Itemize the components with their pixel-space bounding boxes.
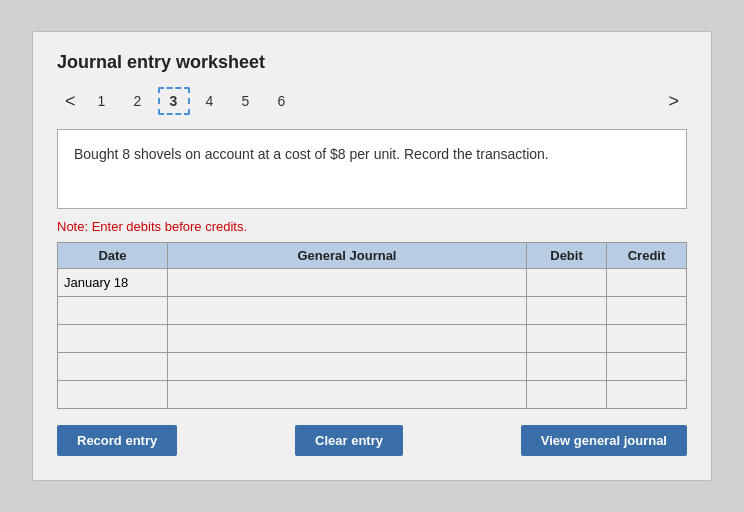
debit-cell-2	[527, 325, 607, 353]
journal-input-1[interactable]	[174, 299, 520, 322]
view-general-journal-button[interactable]: View general journal	[521, 425, 687, 456]
record-entry-button[interactable]: Record entry	[57, 425, 177, 456]
date-cell-3	[58, 353, 168, 381]
date-input-2[interactable]	[64, 327, 161, 350]
journal-input-4[interactable]	[174, 383, 520, 406]
table-row	[58, 325, 687, 353]
credit-input-0[interactable]	[613, 271, 680, 294]
date-cell-0	[58, 269, 168, 297]
table-row	[58, 381, 687, 409]
debit-input-1[interactable]	[533, 299, 600, 322]
page-1[interactable]: 1	[86, 89, 118, 113]
debit-input-2[interactable]	[533, 327, 600, 350]
debit-cell-0	[527, 269, 607, 297]
date-cell-1	[58, 297, 168, 325]
page-2[interactable]: 2	[122, 89, 154, 113]
credit-input-3[interactable]	[613, 355, 680, 378]
page-3-active[interactable]: 3	[158, 87, 190, 115]
debit-input-3[interactable]	[533, 355, 600, 378]
date-input-1[interactable]	[64, 299, 161, 322]
debit-input-0[interactable]	[533, 271, 600, 294]
table-row	[58, 269, 687, 297]
worksheet-container: Journal entry worksheet < 1 2 3 4 5 6 > …	[32, 31, 712, 481]
clear-entry-button[interactable]: Clear entry	[295, 425, 403, 456]
journal-input-2[interactable]	[174, 327, 520, 350]
prev-arrow[interactable]: <	[57, 91, 84, 112]
next-arrow[interactable]: >	[660, 91, 687, 112]
credit-input-4[interactable]	[613, 383, 680, 406]
credit-cell-4	[607, 381, 687, 409]
date-input-3[interactable]	[64, 355, 161, 378]
credit-input-2[interactable]	[613, 327, 680, 350]
description-box: Bought 8 shovels on account at a cost of…	[57, 129, 687, 209]
table-row	[58, 297, 687, 325]
worksheet-title: Journal entry worksheet	[57, 52, 687, 73]
debit-cell-1	[527, 297, 607, 325]
col-header-credit: Credit	[607, 243, 687, 269]
debit-input-4[interactable]	[533, 383, 600, 406]
debit-cell-4	[527, 381, 607, 409]
col-header-journal: General Journal	[168, 243, 527, 269]
journal-cell-4	[168, 381, 527, 409]
date-cell-2	[58, 325, 168, 353]
journal-cell-2	[168, 325, 527, 353]
date-cell-4	[58, 381, 168, 409]
credit-cell-0	[607, 269, 687, 297]
journal-cell-0	[168, 269, 527, 297]
date-input-0[interactable]	[64, 271, 161, 294]
journal-input-0[interactable]	[174, 271, 520, 294]
button-row: Record entry Clear entry View general jo…	[57, 425, 687, 456]
col-header-debit: Debit	[527, 243, 607, 269]
journal-cell-3	[168, 353, 527, 381]
pagination: < 1 2 3 4 5 6 >	[57, 87, 687, 115]
table-row	[58, 353, 687, 381]
page-4[interactable]: 4	[194, 89, 226, 113]
page-6[interactable]: 6	[266, 89, 298, 113]
page-5[interactable]: 5	[230, 89, 262, 113]
journal-cell-1	[168, 297, 527, 325]
debit-cell-3	[527, 353, 607, 381]
credit-cell-2	[607, 325, 687, 353]
date-input-4[interactable]	[64, 383, 161, 406]
journal-table: Date General Journal Debit Credit	[57, 242, 687, 409]
journal-input-3[interactable]	[174, 355, 520, 378]
credit-cell-1	[607, 297, 687, 325]
credit-cell-3	[607, 353, 687, 381]
col-header-date: Date	[58, 243, 168, 269]
credit-input-1[interactable]	[613, 299, 680, 322]
note-text: Note: Enter debits before credits.	[57, 219, 687, 234]
